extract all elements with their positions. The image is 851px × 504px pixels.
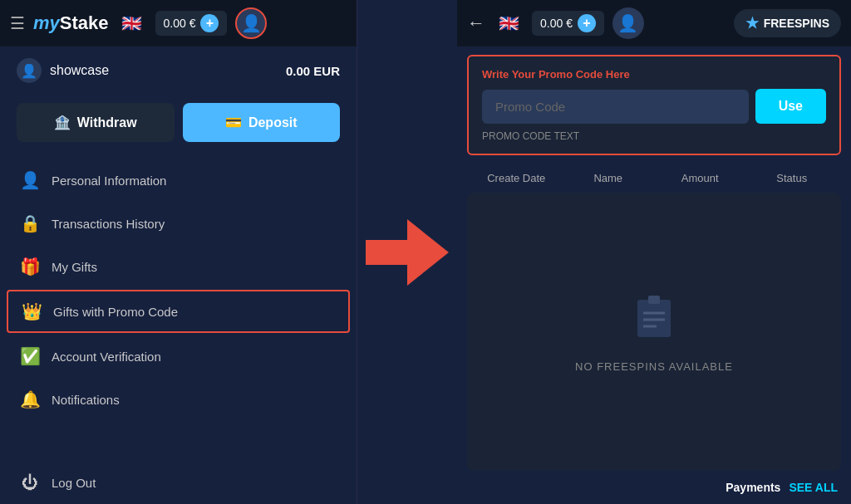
- avatar-button[interactable]: 👤: [235, 7, 267, 39]
- back-button[interactable]: ←: [467, 12, 485, 34]
- user-info: 👤 showcase 0.00 EUR: [0, 46, 357, 95]
- promo-code-text: PROMO CODE TEXT: [482, 130, 826, 142]
- sidebar-item-account-verification[interactable]: ✅ Account Verification: [0, 335, 357, 378]
- col-name: Name: [563, 172, 655, 184]
- payments-label: Payments: [726, 481, 780, 494]
- logout-label: Log Out: [52, 476, 96, 490]
- withdraw-button[interactable]: 🏦 Withdraw: [17, 103, 175, 142]
- sidebar-item-my-gifts[interactable]: 🎁 My Gifts: [0, 245, 357, 288]
- arrow-head: [407, 219, 449, 286]
- menu-item-label: My Gifts: [52, 260, 97, 274]
- use-promo-button[interactable]: Use: [755, 89, 826, 124]
- logo-my: my: [33, 12, 60, 34]
- menu-item-label: Transactions History: [52, 217, 165, 231]
- balance-value: 0.00 €: [164, 17, 196, 30]
- bell-icon: 🔔: [20, 389, 40, 409]
- arrow-body: [366, 240, 407, 265]
- deposit-label: Deposit: [248, 115, 298, 130]
- menu-item-label: Notifications: [52, 393, 120, 407]
- freespins-label: FREESPINS: [764, 17, 829, 30]
- right-top-bar: ← 🇬🇧 0.00 € + 👤 ★ FREESPINS: [457, 0, 851, 46]
- crown-icon: 👑: [22, 301, 42, 321]
- right-add-funds-button[interactable]: +: [578, 14, 596, 32]
- promo-section: Write Your Promo Code Here Use PROMO COD…: [467, 55, 841, 155]
- add-funds-button[interactable]: +: [200, 14, 219, 32]
- right-avatar-button[interactable]: 👤: [612, 7, 644, 39]
- menu-list: 👤 Personal Information 🔒 Transactions Hi…: [0, 150, 357, 462]
- col-create-date: Create Date: [470, 172, 563, 184]
- no-freespins-message: NO FREESPINS AVAILABLE: [575, 360, 733, 373]
- gift-icon: 🎁: [20, 257, 40, 276]
- logout-item[interactable]: ⏻ Log Out: [0, 462, 357, 504]
- deposit-icon: 💳: [225, 115, 242, 130]
- user-avatar: 👤: [17, 58, 42, 83]
- col-amount: Amount: [654, 172, 746, 184]
- check-icon: ✅: [20, 346, 40, 366]
- menu-item-label: Account Verification: [52, 350, 161, 364]
- sidebar-item-personal-information[interactable]: 👤 Personal Information: [0, 159, 357, 202]
- logout-icon: ⏻: [20, 473, 40, 492]
- action-buttons: 🏦 Withdraw 💳 Deposit: [0, 95, 357, 150]
- withdraw-label: Withdraw: [77, 115, 137, 130]
- menu-icon[interactable]: ☰: [10, 13, 25, 33]
- user-balance: 0.00 EUR: [286, 64, 340, 78]
- left-top-bar: ☰ myStake 🇬🇧 0.00 € + 👤: [0, 0, 357, 46]
- deposit-button[interactable]: 💳 Deposit: [183, 103, 341, 142]
- promo-code-input[interactable]: [482, 90, 749, 124]
- table-header: Create Date Name Amount Status: [457, 164, 851, 193]
- middle-arrow-area: [357, 0, 457, 504]
- col-status: Status: [746, 172, 839, 184]
- sidebar-item-transactions-history[interactable]: 🔒 Transactions History: [0, 202, 357, 245]
- right-balance-value: 0.00 €: [540, 17, 573, 30]
- right-panel: ← 🇬🇧 0.00 € + 👤 ★ FREESPINS Write Your P…: [457, 0, 851, 504]
- logo: myStake: [33, 12, 109, 34]
- person-icon: 👤: [20, 170, 40, 190]
- right-arrow: [366, 219, 449, 286]
- empty-state: NO FREESPINS AVAILABLE: [467, 193, 841, 471]
- menu-item-label: Personal Information: [52, 174, 166, 188]
- logo-stake: Stake: [60, 12, 109, 34]
- right-balance-display: 0.00 € +: [532, 11, 604, 36]
- freespins-badge: ★ FREESPINS: [734, 9, 841, 37]
- clipboard-icon: [633, 291, 675, 349]
- sidebar-item-gifts-with-promo-code[interactable]: 👑 Gifts with Promo Code: [7, 290, 350, 333]
- sidebar-item-notifications[interactable]: 🔔 Notifications: [0, 378, 357, 421]
- svg-rect-1: [648, 296, 660, 304]
- promo-label: Write Your Promo Code Here: [482, 68, 826, 81]
- right-flag-button[interactable]: 🇬🇧: [494, 12, 524, 35]
- payments-footer: Payments SEE ALL: [457, 471, 851, 504]
- left-panel: ☰ myStake 🇬🇧 0.00 € + 👤 👤 showcase 0.00 …: [0, 0, 357, 504]
- balance-display: 0.00 € +: [155, 11, 228, 36]
- user-name-area: 👤 showcase: [17, 58, 109, 83]
- username: showcase: [50, 63, 109, 78]
- star-icon: ★: [745, 14, 759, 32]
- history-icon: 🔒: [20, 213, 40, 233]
- promo-input-row: Use: [482, 89, 826, 124]
- withdraw-icon: 🏦: [54, 115, 71, 130]
- menu-item-label: Gifts with Promo Code: [53, 305, 178, 319]
- flag-button[interactable]: 🇬🇧: [117, 12, 147, 35]
- see-all-link[interactable]: SEE ALL: [789, 481, 838, 494]
